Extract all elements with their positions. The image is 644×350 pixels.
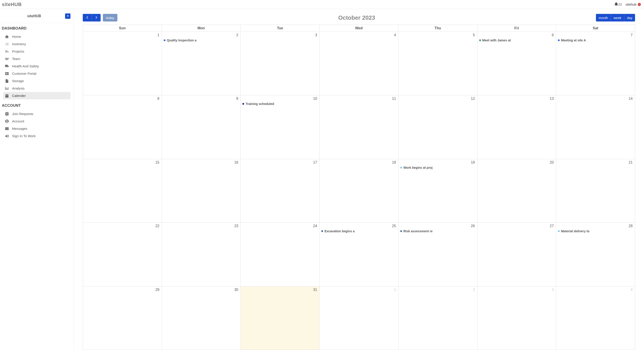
calendar-cell[interactable]: 23 — [162, 223, 240, 286]
calendar-cell[interactable]: 1 — [319, 286, 398, 350]
calendar-event[interactable]: Training scheduled — [242, 102, 318, 106]
calendar-cell[interactable]: 9 — [162, 95, 240, 159]
sidebar-item-inventory[interactable]: Inventory — [3, 40, 70, 48]
calendar-cell[interactable]: 4 — [556, 286, 635, 350]
brand-logo: siteHUB — [2, 2, 22, 8]
calendar-cell[interactable]: 15 — [83, 159, 162, 223]
sidebar-item-label: Join Requests — [12, 112, 33, 116]
event-label: Quality Inspection a — [167, 39, 196, 42]
event-label: Meet with James at — [482, 39, 511, 42]
calendar-cell[interactable]: 25Excavation begins a — [319, 223, 398, 286]
calendar-dow: Mon — [162, 25, 240, 32]
sidebar-section-title: DASHBOARD — [0, 24, 74, 33]
calendar-cell[interactable]: 3 — [477, 286, 556, 350]
calendar-daynum: 5 — [400, 33, 476, 38]
truck-icon — [5, 65, 9, 68]
calendar-daynum: 1 — [84, 33, 160, 38]
calendar-daynum: 14 — [558, 96, 634, 102]
calendar-cell[interactable]: 6Meet with James at — [477, 32, 556, 95]
calendar-cell[interactable]: 2Quality Inspection a — [162, 32, 240, 95]
calendar-cell[interactable]: 21 — [556, 159, 635, 223]
calendar-daynum: 24 — [242, 224, 318, 229]
calendar-daynum: 4 — [321, 33, 397, 38]
sidebar-item-join-requests[interactable]: Join Requests — [3, 110, 70, 118]
calendar-daynum: 29 — [84, 287, 160, 293]
sidebar-item-label: Health And Safety — [12, 64, 39, 68]
calendar-daynum: 23 — [163, 224, 239, 229]
main-content: today October 2023 month week day SunMon… — [74, 9, 644, 350]
calendar-daynum: 10 — [242, 96, 318, 102]
view-week-button[interactable]: week — [611, 14, 624, 22]
calendar-event[interactable]: Meet with James at — [479, 38, 555, 43]
calendar-cell[interactable]: 31 — [240, 286, 319, 350]
calendar-cell[interactable]: 20 — [477, 159, 556, 223]
today-button[interactable]: today — [103, 14, 118, 22]
sidebar-item-customer-portal[interactable]: Customer Portal — [3, 70, 70, 77]
id-card-icon — [5, 72, 9, 75]
calendar-cell[interactable]: 14 — [556, 95, 635, 159]
view-day-button[interactable]: day — [624, 14, 635, 22]
event-dot-icon — [558, 39, 560, 41]
sidebar-title: siteHUB — [3, 14, 65, 18]
calendar-daynum: 21 — [558, 160, 634, 165]
calendar-cell[interactable]: 13 — [477, 95, 556, 159]
calendar-cell[interactable]: 16 — [162, 159, 240, 223]
calendar-cell[interactable]: 5 — [398, 32, 477, 95]
calendar-cell[interactable]: 3 — [240, 32, 319, 95]
sidebar-item-label: Account — [12, 119, 24, 123]
calendar-cell[interactable]: 10Training scheduled — [240, 95, 319, 159]
calendar-cell[interactable]: 12 — [398, 95, 477, 159]
calendar-cell[interactable]: 29 — [83, 286, 162, 350]
sidebar-item-account[interactable]: Account — [3, 118, 70, 125]
calendar-cell[interactable]: 8 — [83, 95, 162, 159]
user-menu[interactable]: sitehub — [626, 3, 641, 6]
calendar-cell[interactable]: 27 — [477, 223, 556, 286]
calendar-event[interactable]: Material delivery to — [558, 229, 634, 233]
sidebar-collapse-button[interactable] — [65, 14, 70, 19]
calendar-cell[interactable]: 30 — [162, 286, 240, 350]
calendar-dow: Thu — [398, 25, 477, 32]
sidebar-item-label: Team — [12, 57, 20, 61]
calendar-view-switch: month week day — [596, 14, 635, 22]
calendar-dow-row: SunMonTueWedThuFriSat — [83, 25, 635, 32]
next-button[interactable] — [92, 14, 100, 22]
calendar-cell[interactable]: 28Material delivery to — [556, 223, 635, 286]
prev-button[interactable] — [83, 14, 92, 22]
calendar-cell[interactable]: 7Meeting at site A — [556, 32, 635, 95]
calendar-cell[interactable]: 24 — [240, 223, 319, 286]
calendar-toolbar: today October 2023 month week day — [83, 14, 635, 22]
calendar-event[interactable]: Meeting at site A — [558, 38, 634, 43]
event-dot-icon — [242, 103, 244, 105]
calendar-cell[interactable]: 11 — [319, 95, 398, 159]
calendar-cell[interactable]: 18 — [319, 159, 398, 223]
sidebar-item-team[interactable]: Team — [3, 55, 70, 63]
notification-count: 22 — [618, 3, 622, 6]
calendar-cell[interactable]: 19Work begins at proj — [398, 159, 477, 223]
sidebar-item-messages[interactable]: Messages — [3, 125, 70, 132]
diagram-icon — [5, 50, 9, 53]
calendar-week: 12Quality Inspection a3456Meet with Jame… — [83, 32, 635, 95]
sidebar-item-health-and-safety[interactable]: Health And Safety — [3, 63, 70, 70]
sidebar-item-calender[interactable]: Calender — [3, 92, 70, 99]
calendar-cell[interactable]: 26Risk assessment re — [398, 223, 477, 286]
users-icon — [5, 57, 9, 61]
calendar-cell[interactable]: 17 — [240, 159, 319, 223]
calendar-cell[interactable]: 2 — [398, 286, 477, 350]
sidebar-item-analysis[interactable]: Analysis — [3, 85, 70, 92]
calendar-cell[interactable]: 4 — [319, 32, 398, 95]
sidebar-item-label: Messages — [12, 127, 27, 130]
calendar-event[interactable]: Risk assessment re — [400, 229, 476, 233]
sidebar-item-home[interactable]: Home — [3, 33, 70, 40]
sidebar-item-storage[interactable]: Storage — [3, 77, 70, 85]
view-month-button[interactable]: month — [596, 14, 611, 22]
event-dot-icon — [558, 230, 560, 232]
sidebar-item-projects[interactable]: Projects — [3, 48, 70, 55]
calendar-cell[interactable]: 1 — [83, 32, 162, 95]
sidebar-item-label: Analysis — [12, 86, 24, 90]
calendar-event[interactable]: Work begins at proj — [400, 165, 476, 170]
sidebar-item-sign-in-to-work[interactable]: Sign In To Work — [3, 132, 70, 140]
calendar-event[interactable]: Quality Inspection a — [163, 38, 239, 43]
calendar-event[interactable]: Excavation begins a — [321, 229, 397, 233]
notifications-button[interactable]: 22 — [614, 2, 622, 7]
calendar-cell[interactable]: 22 — [83, 223, 162, 286]
